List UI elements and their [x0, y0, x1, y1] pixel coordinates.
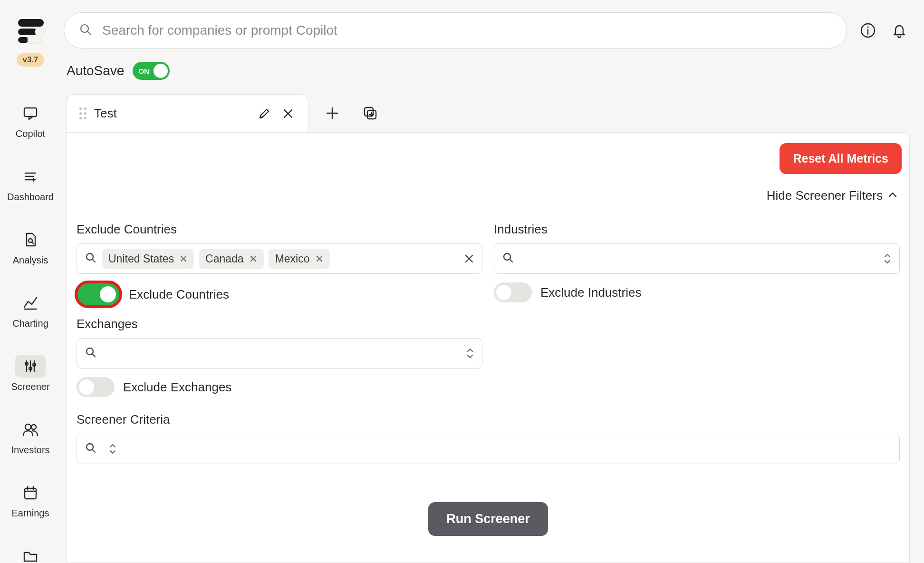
- sidebar: v3.7 Copilot Dashboard Analysis Charting: [0, 0, 61, 563]
- global-search[interactable]: [64, 12, 847, 49]
- search-icon: [85, 252, 97, 266]
- sidebar-item-dashboard[interactable]: Dashboard: [0, 158, 61, 209]
- sidebar-item-label: Charting: [12, 318, 48, 329]
- sidebar-item-earnings[interactable]: Earnings: [0, 475, 61, 525]
- svg-point-29: [867, 26, 868, 28]
- sidebar-item-label: Copilot: [16, 128, 45, 139]
- sidebar-item-label: Investors: [11, 445, 49, 456]
- main-area: AutoSave ON Test: [61, 0, 924, 563]
- drag-handle-icon[interactable]: [79, 107, 87, 119]
- reset-all-metrics-button[interactable]: Reset All Metrics: [780, 143, 902, 174]
- chat-icon: [15, 102, 46, 125]
- toggle-knob: [496, 285, 511, 300]
- info-button[interactable]: [857, 20, 878, 41]
- sidebar-item-copilot[interactable]: Copilot: [0, 95, 61, 146]
- svg-rect-5: [24, 108, 37, 116]
- country-chip: Mexico: [269, 249, 330, 269]
- users-icon: [15, 418, 46, 441]
- svg-rect-2: [18, 37, 29, 43]
- exchanges-input[interactable]: [77, 338, 482, 369]
- sidebar-item-investors[interactable]: Investors: [0, 411, 61, 462]
- exclude-industries-toggle[interactable]: [494, 282, 532, 302]
- criteria-label: Screener Criteria: [77, 412, 900, 427]
- svg-point-20: [25, 424, 31, 430]
- chevrons-up-down-icon[interactable]: [108, 443, 117, 455]
- folder-icon: [15, 544, 46, 563]
- screener-criteria-block: Screener Criteria: [75, 412, 902, 464]
- search-icon: [85, 346, 97, 360]
- list-icon: [15, 165, 46, 188]
- clear-countries-button[interactable]: [464, 253, 474, 264]
- svg-rect-1: [18, 29, 37, 35]
- exchanges-label: Exchanges: [77, 317, 482, 331]
- autosave-state: ON: [138, 67, 149, 75]
- file-search-icon: [15, 228, 46, 251]
- chart-line-icon: [15, 291, 46, 314]
- svg-rect-4: [28, 36, 42, 44]
- remove-chip-button[interactable]: [250, 255, 257, 262]
- rename-tab-button[interactable]: [256, 106, 272, 122]
- sidebar-item-label: Analysis: [13, 255, 48, 266]
- remove-chip-button[interactable]: [180, 255, 187, 262]
- toggle-knob: [100, 286, 116, 302]
- industries-label: Industries: [494, 222, 900, 237]
- sidebar-item-label: Earnings: [12, 508, 49, 519]
- search-icon: [85, 442, 97, 456]
- chip-label: United States: [108, 252, 174, 265]
- version-badge: v3.7: [17, 53, 44, 67]
- tab-title: Test: [94, 106, 249, 121]
- autosave-toggle[interactable]: ON: [133, 62, 170, 80]
- app-logo: [13, 13, 48, 48]
- notifications-button[interactable]: [889, 20, 910, 41]
- svg-line-41: [92, 259, 95, 262]
- run-screener-button[interactable]: Run Screener: [428, 502, 548, 536]
- exclude-countries-toggle[interactable]: [77, 282, 120, 306]
- remove-chip-button[interactable]: [316, 255, 323, 262]
- svg-line-53: [92, 354, 95, 357]
- sliders-icon: [15, 355, 46, 378]
- svg-line-55: [92, 449, 95, 452]
- countries-filter: Exclude Countries United States Canada: [77, 222, 482, 306]
- search-input[interactable]: [102, 23, 832, 38]
- chevrons-up-down-icon[interactable]: [883, 252, 892, 265]
- sidebar-item-charting[interactable]: Charting: [0, 285, 61, 336]
- top-row: [64, 12, 910, 49]
- svg-line-51: [510, 259, 512, 262]
- svg-rect-3: [35, 28, 46, 36]
- toggle-knob: [79, 379, 94, 395]
- svg-point-21: [31, 425, 36, 429]
- exclude-exchanges-toggle[interactable]: [77, 377, 115, 397]
- criteria-input[interactable]: [77, 434, 900, 464]
- countries-label: Exclude Countries: [77, 222, 482, 237]
- svg-line-12: [32, 242, 34, 244]
- screener-panel: Reset All Metrics Hide Screener Filters …: [67, 132, 910, 563]
- search-icon: [502, 252, 514, 266]
- close-tab-button[interactable]: [280, 106, 296, 122]
- calendar-icon: [15, 481, 46, 504]
- countries-input[interactable]: United States Canada Mexico: [77, 243, 482, 274]
- svg-line-27: [87, 31, 91, 35]
- chip-label: Mexico: [275, 252, 310, 265]
- autosave-label: AutoSave: [67, 63, 124, 78]
- industries-filter: Industries Exclude: [494, 222, 900, 306]
- chip-label: Canada: [205, 252, 244, 265]
- sidebar-item-label: Screener: [11, 381, 49, 392]
- hide-filters-toggle[interactable]: Hide Screener Filters: [75, 188, 902, 203]
- chevrons-up-down-icon[interactable]: [466, 347, 474, 359]
- country-chip: Canada: [199, 249, 264, 269]
- sidebar-item-screener[interactable]: Screener: [0, 348, 61, 399]
- sidebar-item-label: Dashboard: [7, 192, 54, 203]
- svg-rect-0: [18, 19, 44, 27]
- screener-tab[interactable]: Test: [67, 94, 309, 132]
- toggle-knob: [154, 64, 168, 78]
- country-chip: United States: [102, 249, 194, 269]
- sidebar-item-resources[interactable]: Resources: [0, 538, 61, 563]
- duplicate-tab-button[interactable]: [360, 103, 380, 123]
- industries-input[interactable]: [494, 243, 900, 274]
- exclude-industries-toggle-label: Exclude Industries: [540, 285, 641, 300]
- autosave-row: AutoSave ON: [64, 62, 910, 80]
- sidebar-item-analysis[interactable]: Analysis: [0, 222, 61, 272]
- exclude-countries-toggle-label: Exclude Countries: [129, 287, 229, 302]
- add-tab-button[interactable]: [322, 103, 342, 123]
- tabs-row: Test: [64, 94, 910, 132]
